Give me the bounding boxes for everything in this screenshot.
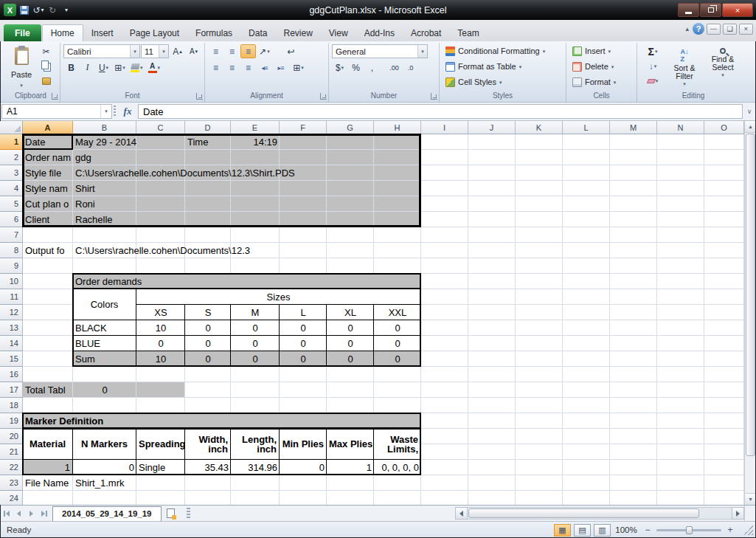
cell-O21[interactable] bbox=[704, 444, 744, 460]
cell-K2[interactable] bbox=[516, 150, 563, 165]
cell-G24[interactable] bbox=[327, 491, 374, 505]
cell-L6[interactable] bbox=[563, 212, 610, 227]
cell-L7[interactable] bbox=[563, 227, 610, 243]
cell-D16[interactable] bbox=[185, 367, 231, 382]
row-header-3[interactable]: 3 bbox=[0, 165, 23, 181]
cell-I9[interactable] bbox=[421, 258, 468, 274]
cell-O11[interactable] bbox=[704, 289, 744, 305]
row-header-12[interactable]: 12 bbox=[0, 305, 23, 320]
cell-C7[interactable] bbox=[136, 227, 185, 243]
cut-button[interactable]: ✂ bbox=[38, 44, 54, 58]
cell-C8[interactable] bbox=[136, 243, 185, 258]
italic-button[interactable]: I bbox=[80, 61, 95, 75]
cell-I23[interactable] bbox=[421, 475, 468, 491]
qat-customize-button[interactable]: ▾ bbox=[60, 4, 72, 17]
cell-C11[interactable] bbox=[136, 289, 185, 305]
row-header-9[interactable]: 9 bbox=[0, 258, 23, 274]
cell-H4[interactable] bbox=[374, 181, 421, 196]
cell-G8[interactable] bbox=[327, 243, 374, 258]
cell-M20[interactable] bbox=[610, 429, 657, 444]
cell-C15[interactable] bbox=[136, 351, 185, 367]
cell-L21[interactable] bbox=[563, 444, 610, 460]
cell-H8[interactable] bbox=[374, 243, 421, 258]
font-name-select[interactable]: Calibri ▾ bbox=[63, 44, 140, 58]
cell-K6[interactable] bbox=[516, 212, 563, 227]
horizontal-scrollbar-thumb[interactable] bbox=[468, 508, 699, 518]
cell-O6[interactable] bbox=[704, 212, 744, 227]
cell-I21[interactable] bbox=[421, 444, 468, 460]
cell-D15[interactable] bbox=[185, 351, 231, 367]
fill-button[interactable]: ↓▾ bbox=[640, 59, 665, 73]
zoom-level[interactable]: 100% bbox=[614, 525, 639, 534]
save-button[interactable] bbox=[18, 4, 30, 17]
scroll-up-icon[interactable]: ▴ bbox=[745, 121, 756, 133]
next-sheet-button[interactable] bbox=[25, 507, 38, 520]
horizontal-scrollbar[interactable] bbox=[455, 507, 744, 520]
cell-J8[interactable] bbox=[468, 243, 516, 258]
cell-J13[interactable] bbox=[468, 320, 516, 336]
grow-font-button[interactable]: A▴ bbox=[170, 44, 185, 58]
cell-I14[interactable] bbox=[421, 336, 468, 351]
row-header-23[interactable]: 23 bbox=[0, 475, 23, 491]
cell-B6[interactable] bbox=[73, 212, 136, 227]
cell-E4[interactable] bbox=[231, 181, 280, 196]
cell-D21[interactable] bbox=[185, 444, 231, 460]
cell-M5[interactable] bbox=[610, 196, 657, 212]
cell-D13[interactable] bbox=[185, 320, 231, 336]
row-header-19[interactable]: 19 bbox=[0, 413, 23, 429]
cell-E21[interactable] bbox=[231, 444, 280, 460]
cell-B23[interactable] bbox=[73, 475, 136, 491]
cell-F7[interactable] bbox=[280, 227, 327, 243]
copy-button[interactable] bbox=[38, 59, 54, 73]
cell-N14[interactable] bbox=[657, 336, 704, 351]
insert-worksheet-button[interactable] bbox=[163, 507, 179, 520]
resize-grip[interactable] bbox=[743, 525, 753, 535]
cell-H11[interactable] bbox=[374, 289, 421, 305]
cell-E11[interactable] bbox=[231, 289, 280, 305]
cell-H23[interactable] bbox=[374, 475, 421, 491]
cell-A11[interactable] bbox=[23, 289, 73, 305]
decrease-decimal-button[interactable]: .0 bbox=[403, 61, 418, 75]
cell-J12[interactable] bbox=[468, 305, 516, 320]
row-header-2[interactable]: 2 bbox=[0, 150, 23, 165]
insert-function-button[interactable]: fx bbox=[117, 104, 138, 119]
cell-A21[interactable] bbox=[23, 444, 73, 460]
increase-decimal-button[interactable]: .00 bbox=[386, 61, 402, 75]
cell-O1[interactable] bbox=[704, 134, 744, 150]
cell-B5[interactable] bbox=[73, 196, 136, 212]
autosum-button[interactable]: Σ▾ bbox=[640, 44, 665, 58]
cell-H1[interactable] bbox=[374, 134, 421, 150]
cell-L18[interactable] bbox=[563, 398, 610, 413]
cell-B20[interactable] bbox=[73, 429, 136, 444]
cell-A7[interactable] bbox=[23, 227, 73, 243]
clear-button[interactable]: ▾ bbox=[640, 74, 665, 88]
cell-M18[interactable] bbox=[610, 398, 657, 413]
cell-H6[interactable] bbox=[374, 212, 421, 227]
cell-K19[interactable] bbox=[516, 413, 563, 429]
cell-A16[interactable] bbox=[23, 367, 73, 382]
cell-L15[interactable] bbox=[563, 351, 610, 367]
tab-review[interactable]: Review bbox=[275, 24, 320, 41]
cell-D10[interactable] bbox=[185, 274, 231, 289]
cell-D2[interactable] bbox=[185, 150, 231, 165]
bottom-align-button[interactable]: ≡ bbox=[240, 44, 256, 58]
dialog-launcher-icon[interactable] bbox=[431, 93, 437, 100]
restore-button[interactable] bbox=[700, 3, 721, 17]
column-header-O[interactable]: O bbox=[704, 121, 744, 134]
dialog-launcher-icon[interactable] bbox=[196, 93, 203, 100]
cell-B3[interactable] bbox=[73, 165, 136, 181]
cell-D8[interactable] bbox=[185, 243, 231, 258]
cell-B15[interactable] bbox=[73, 351, 136, 367]
cell-J21[interactable] bbox=[468, 444, 516, 460]
cell-O5[interactable] bbox=[704, 196, 744, 212]
row-header-13[interactable]: 13 bbox=[0, 320, 23, 336]
orientation-button[interactable]: ↗▾ bbox=[257, 44, 272, 58]
vertical-scrollbar-thumb[interactable] bbox=[746, 134, 755, 456]
column-header-G[interactable]: G bbox=[327, 121, 374, 134]
zoom-slider-thumb[interactable] bbox=[686, 526, 693, 534]
column-header-L[interactable]: L bbox=[563, 121, 610, 134]
align-left-button[interactable]: ≡ bbox=[208, 61, 223, 75]
cell-J4[interactable] bbox=[468, 181, 516, 196]
cell-O22[interactable] bbox=[704, 460, 744, 475]
column-header-K[interactable]: K bbox=[516, 121, 563, 134]
